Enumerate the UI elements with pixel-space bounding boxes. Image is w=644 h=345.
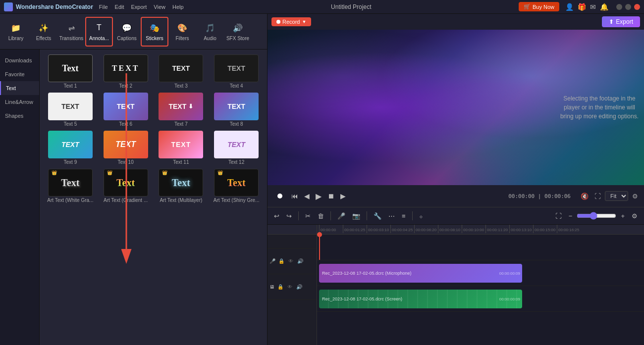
volume-icon[interactable]: 🔇	[581, 193, 589, 200]
audio-hide-button[interactable]: 👁	[287, 258, 294, 264]
minimize-button[interactable]	[616, 4, 622, 10]
toolbar-filters[interactable]: 🎨 Filters	[168, 17, 196, 47]
marker-button[interactable]: ⬦	[417, 211, 426, 221]
timeline-settings-button[interactable]: ⚙	[629, 211, 640, 221]
text-item-9[interactable]: TEXT Text 9	[44, 130, 97, 166]
play-button[interactable]: ▶	[315, 191, 322, 202]
maximize-button[interactable]	[625, 4, 631, 10]
crown-icon-1: 👑	[52, 170, 57, 175]
screen-mute-button[interactable]: 🔊	[295, 284, 303, 290]
adjust-button[interactable]: ≡	[399, 211, 408, 221]
screen-clip-label: Rec_2023-12-08 17-02-05.dcrc (Screen)	[322, 296, 402, 301]
record-button[interactable]: Record ▼	[271, 17, 311, 26]
text-preview-4: TEXT	[227, 64, 245, 72]
text-label-11: Text 11	[173, 159, 189, 165]
menu-file[interactable]: File	[99, 4, 108, 10]
text-item-10[interactable]: TEXT Text 10	[99, 130, 153, 166]
menu-export[interactable]: Export	[131, 4, 147, 10]
text-item-12[interactable]: TEXT Text 12	[210, 130, 263, 166]
text-item-3[interactable]: TEXT Text 3	[155, 53, 208, 90]
nav-text[interactable]: Text	[0, 81, 39, 95]
text-item-art-4[interactable]: 👑 Text Art Text (Shiny Gre...	[210, 168, 263, 204]
undo-button[interactable]: ↩	[271, 211, 282, 221]
toolbar-library[interactable]: 📁 Library	[2, 17, 30, 47]
playhead[interactable]	[319, 235, 320, 260]
text-item-11[interactable]: TEXT Text 11	[155, 130, 208, 166]
preview-canvas: Selecting the footage in the player or i…	[268, 30, 644, 185]
toolbar-stickers[interactable]: 🎭 Stickers	[141, 17, 168, 47]
screen-hide-button[interactable]: 👁	[286, 284, 293, 290]
step-forward-button[interactable]: ▶	[339, 191, 347, 201]
cam-button[interactable]: 📷	[350, 211, 363, 221]
gift-icon[interactable]: 🎁	[578, 3, 586, 11]
nav-favorite[interactable]: Favorite	[0, 67, 39, 81]
toolbar-audio[interactable]: 🎵 Audio	[196, 17, 224, 47]
nav-line-arrow[interactable]: Line&Arrow	[0, 95, 39, 109]
account-icon[interactable]: 👤	[565, 3, 574, 11]
ruler-mark-10: 00:00:16:25	[557, 225, 581, 233]
record-dropdown-icon: ▼	[302, 19, 306, 24]
toolbar-sfx[interactable]: 🔊 SFX Store	[224, 17, 252, 47]
nav-downloads[interactable]: Downloads	[0, 53, 39, 67]
export-button[interactable]: ⬆ Export	[602, 16, 640, 27]
magnet-button[interactable]: 🔧	[371, 211, 384, 221]
settings-icon[interactable]: ⚙	[632, 193, 638, 200]
screen-clip[interactable]: Rec_2023-12-08 17-02-05.dcrc (Screen) 00…	[319, 290, 522, 308]
right-area: Record ▼ ⬆ Export Selecting the footage …	[268, 14, 644, 345]
delete-button[interactable]: 🗑	[315, 211, 326, 221]
annotations-icon: T	[93, 22, 105, 34]
buy-now-button[interactable]: 🛒 Buy Now	[519, 2, 559, 11]
text-label-12: Text 12	[228, 159, 244, 165]
close-button[interactable]	[634, 4, 640, 10]
menu-view[interactable]: View	[154, 4, 165, 10]
stop-button[interactable]: ⏹	[326, 191, 335, 201]
audio-lock-button[interactable]: 🔒	[277, 258, 285, 264]
zoom-slider[interactable]	[577, 212, 616, 220]
ruler-mark-7: 00:00:11:20	[485, 225, 509, 233]
screen-track[interactable]: Rec_2023-12-08 17-02-05.dcrc (Screen) 00…	[317, 286, 644, 312]
toolbar-captions[interactable]: 💬 Captions	[113, 17, 141, 47]
notification-icon[interactable]: 🔔	[600, 3, 608, 11]
text-item-7[interactable]: TEXT ⬇ Text 7	[155, 92, 208, 128]
text-item-2[interactable]: TEXT Text 2	[99, 53, 153, 90]
audio-track[interactable]: Rec_2023-12-08 17-02-05.dcrc (Microphone…	[317, 260, 644, 286]
zoom-out-button[interactable]: −	[566, 211, 575, 221]
redo-step-back[interactable]: ↪	[284, 211, 294, 221]
rewind-button[interactable]: ⏮	[290, 191, 299, 201]
menu-help[interactable]: Help	[172, 4, 184, 10]
nav-shapes[interactable]: Shapes	[0, 109, 39, 123]
text-preview-6: TEXT	[117, 102, 135, 110]
app-title: Wondershare DemoCreator	[16, 3, 93, 10]
audio-clip[interactable]: Rec_2023-12-08 17-02-05.dcrc (Microphone…	[319, 264, 522, 283]
text-preview-9: TEXT	[61, 141, 79, 148]
text-item-6[interactable]: TEXT Text 6	[99, 92, 153, 128]
text-label-2: Text 2	[119, 83, 132, 89]
text-item-1[interactable]: Text Text 1	[44, 53, 97, 90]
separator-2	[330, 211, 331, 220]
timeline-content: 🎤 🔒 👁 🔊 🖥 🔒 👁 🔊	[268, 225, 644, 345]
toolbar-transitions[interactable]: ⇌ Transitions	[57, 17, 85, 47]
toolbar-annotations[interactable]: T Annota...	[85, 17, 113, 47]
text-item-8[interactable]: TEXT Text 8	[210, 92, 263, 128]
step-back-button[interactable]: ◀	[303, 191, 311, 201]
text-label-art-2: Art Text (Gradient ...	[104, 197, 148, 203]
text-item-4[interactable]: TEXT Text 4	[210, 53, 263, 90]
fit-select[interactable]: Fit	[605, 191, 628, 201]
screen-lock-button[interactable]: 🔒	[276, 284, 284, 290]
message-icon[interactable]: ✉	[590, 3, 596, 11]
split-button[interactable]: ✂	[303, 211, 313, 221]
more-button[interactable]: ⋯	[386, 211, 397, 221]
toolbar-effects[interactable]: ✨ Effects	[30, 17, 57, 47]
mic-button[interactable]: 🎤	[335, 211, 348, 221]
text-item-art-1[interactable]: 👑 Text Art Text (White Gra...	[44, 168, 97, 204]
progress-indicator	[277, 194, 282, 198]
audio-mute-button[interactable]: 🔊	[296, 258, 304, 264]
text-preview-3: TEXT	[172, 64, 190, 72]
fullscreen-icon[interactable]: ⛶	[594, 193, 601, 200]
zoom-in-button[interactable]: +	[618, 211, 627, 221]
text-item-5[interactable]: TEXT Text 5	[44, 92, 97, 128]
zoom-fit-button[interactable]: ⛶	[553, 211, 564, 221]
text-item-art-3[interactable]: 👑 Text Art Text (Multilayer)	[155, 168, 208, 204]
menu-edit[interactable]: Edit	[115, 4, 124, 10]
text-item-art-2[interactable]: 👑 Text Art Text (Gradient ...	[99, 168, 153, 204]
